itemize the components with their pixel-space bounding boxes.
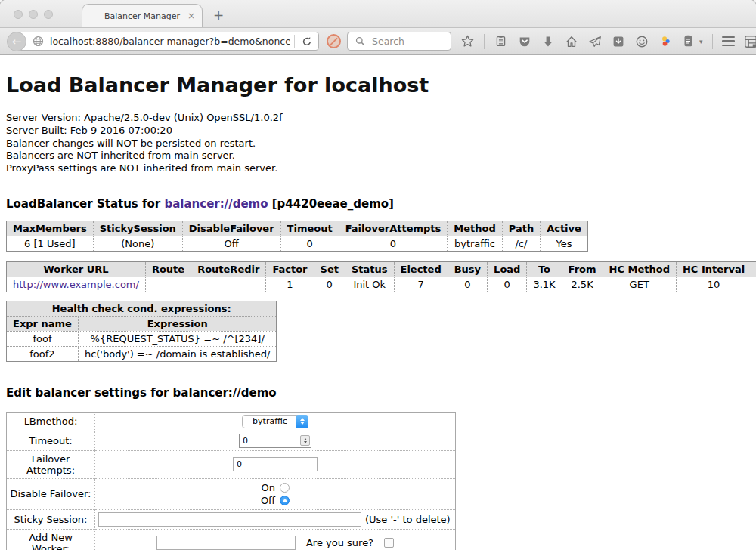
cell-expression-2: hc('body') =~ /domain is established/ [78, 346, 277, 361]
search-placeholder: Search [372, 36, 404, 47]
chevron-down-icon[interactable]: ▾ [699, 38, 703, 45]
pocket-icon[interactable] [517, 34, 531, 48]
toolbar-icons: ▾ [460, 34, 756, 49]
new-tab-button[interactable]: + [213, 8, 224, 23]
reading-list-icon[interactable] [494, 34, 508, 48]
cell-disablefailover: Off [182, 236, 280, 251]
health-check-table: Health check cond. expressions: Expr nam… [6, 301, 277, 362]
cell-hc-method: GET [603, 277, 676, 292]
col-timeout: Timeout [280, 221, 339, 236]
close-window-button[interactable] [14, 10, 23, 19]
cell-stickysession: (None) [93, 236, 182, 251]
lbmethod-selected-value: bytraffic [253, 416, 287, 426]
tab-title: Balancer Manager [104, 11, 180, 21]
cell-factor: 1 [266, 277, 314, 292]
cell-route [145, 277, 191, 292]
col-method: Method [448, 221, 502, 236]
cell-failoverattempts: 0 [339, 236, 448, 251]
hc-header-row: Expr name Expression [7, 316, 277, 331]
failover-attempts-input[interactable] [233, 457, 318, 471]
cell-status: Init Ok [345, 277, 394, 292]
sticky-session-input[interactable] [98, 512, 361, 527]
cell-set: 0 [314, 277, 345, 292]
col-active: Active [541, 221, 588, 236]
feedback-smiley-icon[interactable] [634, 34, 649, 48]
tab-close-icon[interactable]: × [187, 11, 195, 21]
home-icon[interactable] [564, 34, 578, 48]
select-stepper-icon [296, 415, 308, 428]
server-version-line: Server Version: Apache/2.5.0-dev (Unix) … [6, 112, 750, 125]
col-hc-method: HC Method [603, 261, 676, 277]
url-bar[interactable]: localhost:8880/balancer-manager?b=demo&n… [17, 32, 319, 51]
cell-expression-1: %{REQUEST_STATUS} =~ /^[234]/ [78, 331, 277, 346]
col-busy: Busy [448, 261, 487, 277]
add-worker-row: Add New Worker: Are you sure? [7, 529, 456, 550]
col-passes: Passes [751, 261, 756, 277]
col-maxmembers: MaxMembers [7, 221, 94, 236]
cell-passes: 1 (0) [751, 277, 756, 292]
session-clipboard-icon[interactable] [681, 34, 696, 48]
add-worker-input[interactable] [156, 536, 296, 550]
radio-off-label: Off [261, 495, 275, 506]
number-spinner-icon[interactable] [300, 435, 310, 446]
back-button[interactable]: ← [7, 32, 26, 51]
are-you-sure-checkbox[interactable] [384, 538, 394, 548]
globe-icon [31, 34, 45, 48]
zoom-window-button[interactable] [44, 10, 53, 19]
are-you-sure-label: Are you sure? [306, 537, 373, 548]
send-plane-icon[interactable] [587, 34, 602, 48]
col-status: Status [345, 261, 394, 277]
balancer-status-table: MaxMembers StickySession DisableFailover… [6, 221, 588, 252]
worker-table-row: http://www.example.com/ 1 0 Init Ok 7 0 … [7, 277, 756, 292]
col-elected: Elected [394, 261, 448, 277]
toolbar-divider [484, 34, 485, 49]
hc-row-foof: foof %{REQUEST_STATUS} =~ /^[234]/ [7, 331, 277, 346]
content-blocked-icon[interactable] [327, 34, 341, 48]
cell-expr-name-1: foof [7, 331, 79, 346]
save-to-device-icon[interactable] [611, 34, 625, 48]
col-factor: Factor [266, 261, 314, 277]
balancer-table-row: 6 [1 Used] (None) Off 0 0 bytraffic /c/ … [7, 236, 588, 251]
reload-icon[interactable] [299, 34, 314, 48]
radio-on-label: On [262, 482, 275, 493]
col-worker-url: Worker URL [7, 261, 146, 277]
downloads-icon[interactable] [541, 34, 555, 48]
loadbalancer-status-heading: LoadBalancer Status for balancer://demo … [6, 197, 750, 211]
add-worker-label: Add New Worker: [7, 529, 95, 550]
tab-groups-icon[interactable] [744, 34, 756, 48]
col-set: Set [314, 261, 345, 277]
lbmethod-select[interactable]: bytraffic [242, 415, 308, 428]
url-text[interactable]: localhost:8880/balancer-manager?b=demo&n… [50, 36, 290, 47]
col-routeredir: RouteRedir [191, 261, 266, 277]
cell-elected: 7 [394, 277, 448, 292]
worker-url-link[interactable]: http://www.example.com/ [13, 279, 139, 290]
failover-off-radio[interactable] [280, 496, 290, 505]
status-heading-prefix: LoadBalancer Status for [6, 197, 164, 211]
search-bar[interactable]: Search [347, 32, 451, 51]
lbmethod-row: LBmethod: bytraffic [7, 412, 456, 431]
status-heading-suffix: [p4420eeae_demo] [268, 197, 394, 211]
menu-hamburger-icon[interactable] [722, 36, 735, 46]
cell-load: 0 [488, 277, 527, 292]
worker-status-table: Worker URL Route RouteRedir Factor Set S… [6, 261, 756, 292]
edit-balancer-form: LBmethod: bytraffic Timeout: [6, 412, 456, 550]
timeout-row: Timeout: [7, 431, 456, 450]
balancer-demo-link[interactable]: balancer://demo [164, 197, 268, 211]
server-built-line: Server Built: Feb 9 2016 07:00:20 [6, 125, 750, 138]
urlbar-divider [294, 35, 295, 48]
col-to: To [527, 261, 562, 277]
bookmark-star-icon[interactable] [460, 34, 475, 48]
extension-colordots-icon[interactable] [658, 34, 672, 48]
cell-method: bytraffic [448, 236, 502, 251]
timeout-label: Timeout: [7, 431, 95, 450]
minimize-window-button[interactable] [29, 10, 38, 19]
col-path: Path [502, 221, 540, 236]
cell-active: Yes [541, 236, 588, 251]
cell-timeout: 0 [280, 236, 339, 251]
col-route: Route [145, 261, 191, 277]
failover-on-radio[interactable] [280, 483, 290, 493]
col-expression: Expression [78, 316, 277, 331]
browser-window: Balancer Manager × + ← localhost:8880/ba… [0, 0, 756, 550]
tab-balancer-manager[interactable]: Balancer Manager × [82, 4, 203, 27]
cell-path: /c/ [502, 236, 540, 251]
